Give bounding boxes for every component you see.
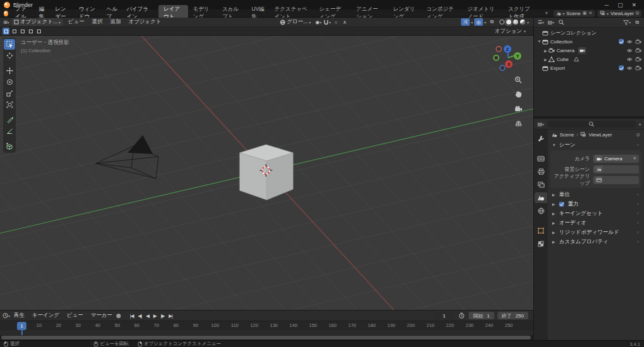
tab-tool[interactable] xyxy=(535,133,547,144)
cube-object[interactable] xyxy=(240,145,293,200)
camera-restrict-icon[interactable] xyxy=(635,65,641,70)
section-gravity[interactable]: ▶重力≡ xyxy=(548,199,644,209)
clear-icon[interactable]: ✕ xyxy=(633,156,637,161)
auto-keying-clock-icon[interactable] xyxy=(458,312,465,319)
eye-icon[interactable] xyxy=(626,40,633,44)
viewport-menu-3[interactable]: オブジェクト xyxy=(125,18,165,26)
timeline-editor-icon[interactable]: ▾ xyxy=(3,312,10,319)
tab-render[interactable] xyxy=(535,153,547,163)
camera-restrict-icon[interactable] xyxy=(635,39,641,44)
camera-field[interactable]: Camera ✕ xyxy=(593,155,639,163)
play-reverse-button[interactable]: ◀ xyxy=(146,313,149,319)
zoom-icon[interactable] xyxy=(513,75,523,85)
gizmo-x-axis[interactable]: X xyxy=(505,60,513,68)
active-clip-field[interactable] xyxy=(593,176,639,184)
shading-wireframe-icon[interactable] xyxy=(499,19,504,25)
eye-icon[interactable] xyxy=(626,66,633,70)
options-dropdown[interactable]: オプション ▾ xyxy=(494,28,531,35)
gizmo-neg-x-axis[interactable] xyxy=(496,46,502,52)
play-button[interactable]: ▶ xyxy=(153,313,157,319)
camera-object[interactable] xyxy=(96,135,158,179)
section-keying-sets[interactable]: ▶キーイングセット≡ xyxy=(548,209,644,218)
collection-checkbox[interactable] xyxy=(619,39,624,44)
properties-search[interactable] xyxy=(547,121,636,128)
outliner-editor-icon[interactable]: ☰▾ xyxy=(537,19,545,26)
tool-rotate[interactable] xyxy=(4,77,15,87)
gravity-checkbox[interactable] xyxy=(559,202,564,207)
select-mode-new[interactable] xyxy=(3,28,9,35)
expand-icon[interactable]: ▼ xyxy=(536,40,542,43)
tool-cursor[interactable] xyxy=(4,50,15,61)
tab-texture[interactable] xyxy=(535,238,547,249)
workspace-tab-11[interactable]: + xyxy=(540,9,553,17)
select-mode-extend[interactable] xyxy=(11,28,18,35)
outliner-row-camera[interactable]: ▶ Camera xyxy=(534,46,644,55)
gizmo-z-axis[interactable]: Z xyxy=(504,45,511,53)
copy-viewlayer-icon[interactable]: ⧉ xyxy=(636,11,639,16)
viewport-menu-1[interactable]: 選択 xyxy=(88,18,106,26)
close-button[interactable]: ✕ xyxy=(631,2,636,8)
camera-restrict-icon[interactable] xyxy=(635,57,641,62)
prev-keyframe-button[interactable]: ◀| xyxy=(138,313,142,319)
display-mode-icon[interactable]: ▤▾ xyxy=(547,19,555,26)
perspective-toggle-icon[interactable] xyxy=(513,118,523,128)
show-gizmo-toggle[interactable]: ⤨ xyxy=(461,18,470,26)
mode-dropdown[interactable]: オブジェクト... ▾ xyxy=(11,18,63,26)
orientation-dropdown[interactable]: グロー... ▾ xyxy=(277,18,313,26)
eye-icon[interactable] xyxy=(626,57,633,62)
section-rigid-body-world[interactable]: ▶リジッドボディワールド≡ xyxy=(548,228,644,237)
search-icon[interactable] xyxy=(557,19,565,26)
background-scene-field[interactable] xyxy=(593,165,639,174)
timeline-menu-2[interactable]: ビュー xyxy=(63,312,87,319)
falloff-icon[interactable]: ∧ xyxy=(341,18,348,26)
editor-type-icon[interactable]: ⊞▾ xyxy=(3,18,10,26)
tab-world[interactable] xyxy=(535,206,547,216)
shading-rendered-icon[interactable] xyxy=(520,19,525,25)
tab-output[interactable] xyxy=(535,166,547,177)
camera-restrict-icon[interactable] xyxy=(635,48,641,53)
section-custom-properties[interactable]: ▶カスタムプロパティ≡ xyxy=(548,237,644,246)
timeline-menu-1[interactable]: キーイング xyxy=(28,312,63,319)
pivot-point-icon[interactable]: ◉▾ xyxy=(314,18,322,26)
timeline-menu-3[interactable]: マーカー xyxy=(87,312,116,319)
tool-scale[interactable] xyxy=(4,88,15,99)
breadcrumb-scene[interactable]: Scene xyxy=(560,132,574,138)
scene-selector[interactable]: ▾ Scene ▣ ✕ xyxy=(553,10,595,17)
current-frame-field[interactable]: 1 xyxy=(433,312,455,319)
show-overlays-toggle[interactable]: ◎ xyxy=(474,18,483,26)
jump-start-button[interactable]: |◀ xyxy=(130,313,134,319)
pin-icon[interactable]: ⊙ xyxy=(636,132,640,138)
minimize-button[interactable]: ─ xyxy=(605,2,609,8)
blender-menu-icon[interactable] xyxy=(4,11,8,16)
expand-icon[interactable]: ▶ xyxy=(543,57,548,62)
select-mode-invert[interactable] xyxy=(27,28,34,35)
collection-checkbox[interactable] xyxy=(619,65,624,70)
chevron-down-icon[interactable]: ▾ xyxy=(639,122,641,126)
breadcrumb-viewlayer[interactable]: ViewLayer xyxy=(589,132,612,138)
tool-measure[interactable] xyxy=(4,126,15,136)
gizmo-y-axis[interactable]: Y xyxy=(514,52,521,60)
viewport-3d[interactable]: ユーザー・透視投影 (1) Collection xyxy=(0,36,533,310)
new-scene-icon[interactable]: ▣ xyxy=(582,11,587,16)
tab-view-layer[interactable] xyxy=(535,179,547,190)
playhead[interactable]: 1 xyxy=(17,322,26,330)
section-units[interactable]: ▶単位≡ xyxy=(548,190,644,199)
properties-editor-icon[interactable]: ▤▾ xyxy=(537,120,545,128)
timeline-track[interactable] xyxy=(0,330,533,335)
pan-hand-icon[interactable] xyxy=(513,89,523,99)
scrollbar-handle[interactable] xyxy=(1,336,531,339)
next-keyframe-button[interactable]: |▶ xyxy=(161,313,165,319)
tab-object[interactable] xyxy=(535,225,547,236)
tool-add-cube[interactable] xyxy=(4,141,15,151)
record-icon[interactable] xyxy=(116,314,121,318)
tool-annotate[interactable] xyxy=(4,114,15,125)
new-collection-icon[interactable]: ⧉ xyxy=(633,19,641,26)
xray-toggle[interactable]: ⧉ xyxy=(487,18,496,26)
section-audio[interactable]: ▶オーディオ≡ xyxy=(548,218,644,228)
gizmo-neg-y-axis[interactable] xyxy=(493,55,499,61)
tool-transform[interactable] xyxy=(4,99,15,110)
viewport-menu-2[interactable]: 追加 xyxy=(106,18,125,26)
shading-material-icon[interactable] xyxy=(513,19,518,25)
tool-select-box[interactable] xyxy=(4,39,15,50)
camera-view-icon[interactable] xyxy=(513,104,523,114)
